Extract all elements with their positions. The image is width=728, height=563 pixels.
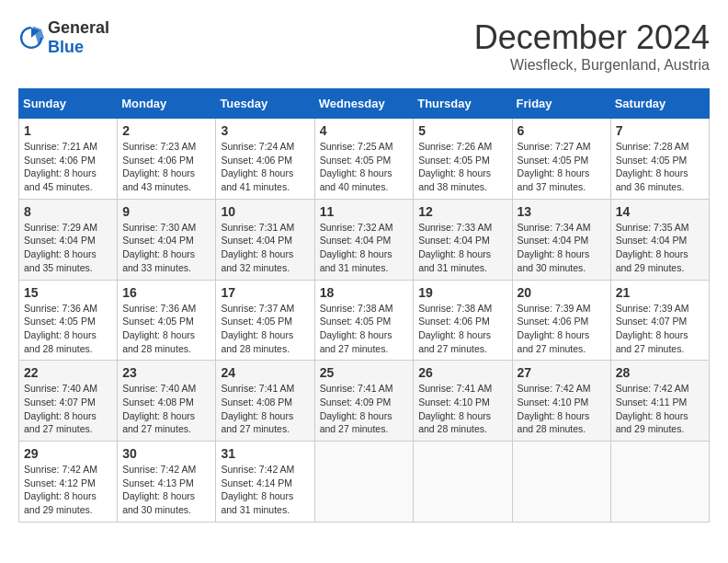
day-info: Sunrise: 7:42 AMSunset: 4:10 PMDaylight:… [518, 382, 606, 436]
day-info: Sunrise: 7:42 AMSunset: 4:11 PMDaylight:… [616, 382, 704, 436]
calendar-cell: 21Sunrise: 7:39 AMSunset: 4:07 PMDayligh… [610, 280, 709, 361]
day-number: 22 [24, 365, 112, 380]
day-number: 5 [418, 123, 506, 138]
calendar-table: Sunday Monday Tuesday Wednesday Thursday… [18, 88, 710, 523]
day-number: 24 [221, 365, 309, 380]
calendar-cell: 26Sunrise: 7:41 AMSunset: 4:10 PMDayligh… [414, 361, 512, 442]
day-number: 13 [518, 204, 606, 219]
calendar-cell: 22Sunrise: 7:40 AMSunset: 4:07 PMDayligh… [19, 361, 118, 442]
col-thursday: Thursday [414, 89, 512, 119]
day-info: Sunrise: 7:26 AMSunset: 4:05 PMDaylight:… [418, 140, 506, 194]
calendar-cell: 2Sunrise: 7:23 AMSunset: 4:06 PMDaylight… [118, 119, 216, 200]
day-info: Sunrise: 7:25 AMSunset: 4:05 PMDaylight:… [320, 140, 409, 194]
calendar-week-row: 29Sunrise: 7:42 AMSunset: 4:12 PMDayligh… [19, 442, 710, 523]
calendar-cell: 25Sunrise: 7:41 AMSunset: 4:09 PMDayligh… [314, 361, 414, 442]
calendar-cell: 23Sunrise: 7:40 AMSunset: 4:08 PMDayligh… [118, 361, 216, 442]
day-info: Sunrise: 7:41 AMSunset: 4:10 PMDaylight:… [418, 382, 506, 436]
col-monday: Monday [118, 89, 216, 119]
day-info: Sunrise: 7:29 AMSunset: 4:04 PMDaylight:… [24, 221, 112, 275]
day-number: 2 [122, 123, 210, 138]
location-subtitle: Wiesfleck, Burgenland, Austria [474, 57, 710, 74]
calendar-cell [314, 442, 414, 523]
col-wednesday: Wednesday [314, 89, 414, 119]
day-number: 17 [221, 285, 309, 300]
day-info: Sunrise: 7:28 AMSunset: 4:05 PMDaylight:… [616, 140, 704, 194]
calendar-cell: 29Sunrise: 7:42 AMSunset: 4:12 PMDayligh… [19, 442, 118, 523]
header: General Blue December 2024 Wiesfleck, Bu… [18, 18, 710, 74]
day-number: 3 [221, 123, 309, 138]
day-number: 8 [24, 204, 112, 219]
day-number: 25 [320, 365, 409, 380]
calendar-cell: 24Sunrise: 7:41 AMSunset: 4:08 PMDayligh… [216, 361, 314, 442]
calendar-cell: 14Sunrise: 7:35 AMSunset: 4:04 PMDayligh… [610, 199, 709, 280]
day-number: 30 [122, 446, 210, 461]
calendar-cell: 28Sunrise: 7:42 AMSunset: 4:11 PMDayligh… [610, 361, 709, 442]
calendar-cell: 1Sunrise: 7:21 AMSunset: 4:06 PMDaylight… [19, 119, 118, 200]
day-number: 7 [616, 123, 704, 138]
col-saturday: Saturday [610, 89, 709, 119]
calendar-week-row: 15Sunrise: 7:36 AMSunset: 4:05 PMDayligh… [19, 280, 710, 361]
logo-icon [18, 25, 44, 51]
calendar-cell: 27Sunrise: 7:42 AMSunset: 4:10 PMDayligh… [512, 361, 610, 442]
day-number: 21 [616, 285, 704, 300]
day-info: Sunrise: 7:39 AMSunset: 4:06 PMDaylight:… [518, 302, 606, 356]
col-friday: Friday [512, 89, 610, 119]
calendar-week-row: 22Sunrise: 7:40 AMSunset: 4:07 PMDayligh… [19, 361, 710, 442]
calendar-cell [414, 442, 512, 523]
calendar-week-row: 1Sunrise: 7:21 AMSunset: 4:06 PMDaylight… [19, 119, 710, 200]
day-info: Sunrise: 7:30 AMSunset: 4:04 PMDaylight:… [122, 221, 210, 275]
day-number: 20 [518, 285, 606, 300]
day-number: 18 [320, 285, 409, 300]
day-info: Sunrise: 7:34 AMSunset: 4:04 PMDaylight:… [518, 221, 606, 275]
logo: General Blue [18, 18, 109, 57]
calendar-cell: 10Sunrise: 7:31 AMSunset: 4:04 PMDayligh… [216, 199, 314, 280]
day-info: Sunrise: 7:40 AMSunset: 4:07 PMDaylight:… [24, 382, 112, 436]
calendar-cell: 18Sunrise: 7:38 AMSunset: 4:05 PMDayligh… [314, 280, 414, 361]
day-info: Sunrise: 7:42 AMSunset: 4:12 PMDaylight:… [24, 463, 112, 517]
day-info: Sunrise: 7:27 AMSunset: 4:05 PMDaylight:… [518, 140, 606, 194]
calendar-header-row: Sunday Monday Tuesday Wednesday Thursday… [19, 89, 710, 119]
day-info: Sunrise: 7:42 AMSunset: 4:14 PMDaylight:… [221, 463, 309, 517]
day-info: Sunrise: 7:23 AMSunset: 4:06 PMDaylight:… [122, 140, 210, 194]
logo-general: General [48, 18, 109, 37]
logo-text: General Blue [48, 18, 109, 57]
day-number: 19 [418, 285, 506, 300]
title-area: December 2024 Wiesfleck, Burgenland, Aus… [474, 18, 710, 74]
col-sunday: Sunday [19, 89, 118, 119]
day-number: 9 [122, 204, 210, 219]
calendar-cell: 3Sunrise: 7:24 AMSunset: 4:06 PMDaylight… [216, 119, 314, 200]
calendar-cell: 16Sunrise: 7:36 AMSunset: 4:05 PMDayligh… [118, 280, 216, 361]
day-info: Sunrise: 7:36 AMSunset: 4:05 PMDaylight:… [122, 302, 210, 356]
calendar-cell [610, 442, 709, 523]
day-info: Sunrise: 7:41 AMSunset: 4:09 PMDaylight:… [320, 382, 409, 436]
day-info: Sunrise: 7:36 AMSunset: 4:05 PMDaylight:… [24, 302, 112, 356]
calendar-cell: 15Sunrise: 7:36 AMSunset: 4:05 PMDayligh… [19, 280, 118, 361]
day-info: Sunrise: 7:40 AMSunset: 4:08 PMDaylight:… [122, 382, 210, 436]
day-number: 11 [320, 204, 409, 219]
calendar-cell: 17Sunrise: 7:37 AMSunset: 4:05 PMDayligh… [216, 280, 314, 361]
calendar-cell: 12Sunrise: 7:33 AMSunset: 4:04 PMDayligh… [414, 199, 512, 280]
day-number: 16 [122, 285, 210, 300]
calendar-cell: 9Sunrise: 7:30 AMSunset: 4:04 PMDaylight… [118, 199, 216, 280]
day-number: 23 [122, 365, 210, 380]
calendar-cell: 6Sunrise: 7:27 AMSunset: 4:05 PMDaylight… [512, 119, 610, 200]
calendar-cell: 30Sunrise: 7:42 AMSunset: 4:13 PMDayligh… [118, 442, 216, 523]
calendar-cell: 5Sunrise: 7:26 AMSunset: 4:05 PMDaylight… [414, 119, 512, 200]
day-number: 31 [221, 446, 309, 461]
day-number: 4 [320, 123, 409, 138]
day-number: 26 [418, 365, 506, 380]
calendar-cell [512, 442, 610, 523]
day-info: Sunrise: 7:37 AMSunset: 4:05 PMDaylight:… [221, 302, 309, 356]
day-info: Sunrise: 7:24 AMSunset: 4:06 PMDaylight:… [221, 140, 309, 194]
day-info: Sunrise: 7:42 AMSunset: 4:13 PMDaylight:… [122, 463, 210, 517]
day-number: 12 [418, 204, 506, 219]
day-info: Sunrise: 7:32 AMSunset: 4:04 PMDaylight:… [320, 221, 409, 275]
logo-blue: Blue [48, 38, 84, 56]
day-number: 28 [616, 365, 704, 380]
day-info: Sunrise: 7:33 AMSunset: 4:04 PMDaylight:… [418, 221, 506, 275]
day-number: 29 [24, 446, 112, 461]
day-number: 14 [616, 204, 704, 219]
calendar-cell: 8Sunrise: 7:29 AMSunset: 4:04 PMDaylight… [19, 199, 118, 280]
col-tuesday: Tuesday [216, 89, 314, 119]
day-info: Sunrise: 7:21 AMSunset: 4:06 PMDaylight:… [24, 140, 112, 194]
